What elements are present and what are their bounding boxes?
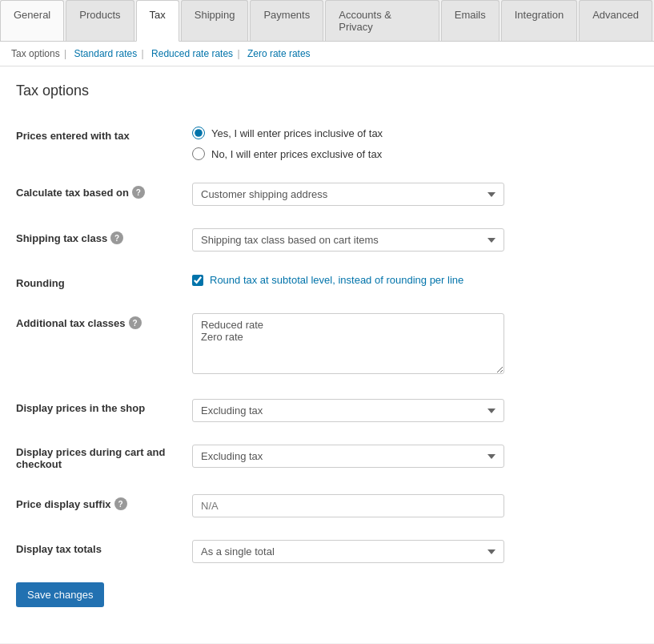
subnav-standard-rates[interactable]: Standard rates (74, 48, 138, 59)
display-prices-shop-label: Display prices in the shop (16, 402, 145, 414)
page-title: Tax options (16, 83, 638, 99)
separator: | (64, 48, 66, 59)
row-price-display-suffix: Price display suffix ? (16, 483, 638, 529)
tab-shipping[interactable]: Shipping (181, 0, 249, 41)
additional-tax-classes-help-icon[interactable]: ? (129, 316, 142, 329)
shipping-tax-class-label: Shipping tax class (16, 232, 107, 244)
display-tax-totals-label: Display tax totals (16, 543, 102, 555)
radio-no-label[interactable]: No, I will enter prices exclusive of tax (192, 147, 638, 160)
sub-nav: Tax options | Standard rates | Reduced r… (0, 42, 654, 66)
tab-integration[interactable]: Integration (501, 0, 577, 41)
subnav-reduced-rate-rates[interactable]: Reduced rate rates (151, 48, 233, 59)
prices-entered-with-tax-label: Prices entered with tax (16, 130, 130, 142)
tab-emails[interactable]: Emails (441, 0, 500, 41)
row-display-tax-totals: Display tax totals As a single total Ite… (16, 529, 638, 574)
radio-yes-input[interactable] (192, 127, 205, 139)
additional-tax-classes-label: Additional tax classes (16, 317, 126, 329)
additional-tax-classes-textarea[interactable]: Reduced rate Zero rate (192, 313, 504, 374)
tab-advanced[interactable]: Advanced (579, 0, 652, 41)
tab-payments[interactable]: Payments (250, 0, 323, 41)
radio-no-input[interactable] (192, 147, 205, 160)
rounding-checkbox[interactable] (192, 275, 203, 286)
tab-general[interactable]: General (0, 0, 64, 41)
row-display-prices-shop: Display prices in the shop Excluding tax… (16, 388, 638, 433)
subnav-current: Tax options (11, 48, 60, 59)
tab-bar: General Products Tax Shipping Payments A… (0, 0, 654, 42)
row-rounding: Rounding Round tax at subtotal level, in… (16, 263, 638, 302)
calculate-tax-help-icon[interactable]: ? (132, 186, 145, 199)
subnav-zero-rate-rates[interactable]: Zero rate rates (247, 48, 311, 59)
radio-yes-text: Yes, I will enter prices inclusive of ta… (211, 127, 383, 139)
calculate-tax-label: Calculate tax based on (16, 187, 129, 199)
calculate-tax-select[interactable]: Customer shipping address Customer billi… (192, 183, 504, 206)
rounding-checkbox-label[interactable]: Round tax at subtotal level, instead of … (192, 274, 638, 286)
tab-tax[interactable]: Tax (136, 0, 179, 42)
separator2: | (142, 48, 144, 59)
price-display-suffix-label: Price display suffix (16, 498, 111, 510)
rounding-label: Rounding (16, 277, 65, 289)
form-table: Prices entered with tax Yes, I will ente… (16, 115, 638, 574)
row-display-prices-cart: Display prices during cart and checkout … (16, 433, 638, 483)
prices-entered-radio-group: Yes, I will enter prices inclusive of ta… (192, 127, 638, 160)
save-button[interactable]: Save changes (16, 582, 104, 607)
shipping-tax-class-select[interactable]: Shipping tax class based on cart items S… (192, 228, 504, 252)
row-additional-tax-classes: Additional tax classes ? Reduced rate Ze… (16, 302, 638, 388)
price-display-suffix-input[interactable] (192, 494, 504, 517)
price-display-suffix-help-icon[interactable]: ? (114, 497, 127, 510)
separator3: | (237, 48, 239, 59)
row-shipping-tax-class: Shipping tax class ? Shipping tax class … (16, 217, 638, 263)
display-prices-cart-select[interactable]: Excluding tax Including tax (192, 445, 504, 468)
rounding-checkbox-text: Round tax at subtotal level, instead of … (210, 274, 463, 286)
tab-products[interactable]: Products (66, 0, 134, 41)
row-calculate-tax: Calculate tax based on ? Customer shippi… (16, 171, 638, 217)
main-content: Tax options Prices entered with tax Yes,… (0, 66, 654, 643)
shipping-tax-class-help-icon[interactable]: ? (110, 231, 123, 244)
row-prices-entered-with-tax: Prices entered with tax Yes, I will ente… (16, 115, 638, 171)
radio-yes-label[interactable]: Yes, I will enter prices inclusive of ta… (192, 127, 638, 139)
display-prices-cart-label: Display prices during cart and checkout (16, 446, 184, 470)
tab-accounts-privacy[interactable]: Accounts & Privacy (325, 0, 439, 41)
radio-no-text: No, I will enter prices exclusive of tax (211, 148, 382, 160)
display-prices-shop-select[interactable]: Excluding tax Including tax (192, 399, 504, 422)
display-tax-totals-select[interactable]: As a single total Itemized (192, 540, 504, 563)
